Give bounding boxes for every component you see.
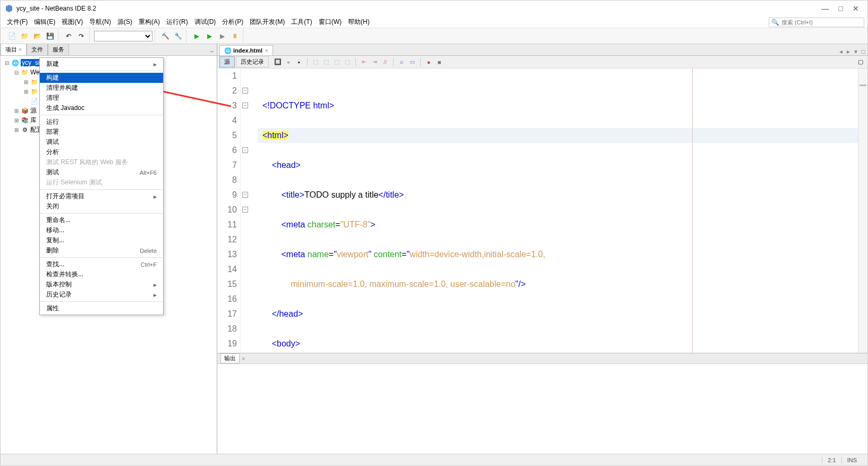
stop-macro-icon[interactable]: ■	[435, 57, 444, 67]
cm-vcs[interactable]: 版本控制▸	[40, 279, 163, 290]
maximize-editor-icon[interactable]: □	[860, 48, 867, 55]
output-tab[interactable]: 输出	[220, 353, 240, 363]
file-tab-index[interactable]: 🌐 index.html ×	[219, 45, 273, 55]
debug-button[interactable]: ▶	[203, 30, 215, 42]
new-project-button[interactable]: 📁	[19, 30, 30, 42]
cm-test[interactable]: 测试Alt+F6	[40, 167, 163, 177]
shift-left-icon[interactable]: ⇤	[359, 57, 369, 67]
cm-history[interactable]: 历史记录▸	[40, 290, 163, 300]
minimize-button[interactable]: —	[822, 4, 829, 13]
fold-icon[interactable]: −	[242, 88, 248, 94]
menu-team[interactable]: 团队开发(M)	[246, 16, 288, 28]
close-icon[interactable]: ×	[242, 355, 245, 362]
cm-run[interactable]: 运行	[40, 117, 163, 127]
record-macro-icon[interactable]: ●	[424, 57, 433, 67]
cm-clean-build[interactable]: 清理并构建	[40, 83, 163, 93]
profile-button[interactable]: ▶	[216, 30, 228, 42]
cm-profile[interactable]: 分析	[40, 147, 163, 157]
search-input[interactable]	[781, 19, 862, 26]
expand-icon[interactable]: ⊟	[4, 60, 10, 66]
error-stripe[interactable]	[858, 69, 867, 353]
cm-javadoc[interactable]: 生成 Javadoc	[40, 103, 163, 113]
fold-icon[interactable]: −	[242, 103, 248, 108]
cm-inspect[interactable]: 检查并转换...	[40, 269, 163, 279]
menu-run[interactable]: 运行(R)	[163, 16, 191, 28]
comment-icon[interactable]: //	[380, 57, 390, 67]
et-icon[interactable]: ▫	[284, 57, 293, 67]
fold-icon[interactable]: −	[242, 147, 248, 153]
cm-rename[interactable]: 重命名...	[40, 215, 163, 225]
output-content[interactable]	[217, 364, 867, 454]
title-bar: ycy_site - NetBeans IDE 8.2 — □ ✕	[1, 1, 867, 16]
split-icon[interactable]: ▢	[856, 57, 865, 67]
menu-view[interactable]: 视图(V)	[58, 16, 86, 28]
close-icon[interactable]: ×	[19, 47, 22, 53]
quick-search[interactable]: 🔍	[769, 18, 864, 27]
menu-refactor[interactable]: 重构(A)	[135, 16, 163, 28]
cm-move[interactable]: 移动...	[40, 225, 163, 235]
minimize-sidebar-icon[interactable]: −	[207, 48, 217, 55]
expand-icon[interactable]: ⊞	[23, 79, 29, 85]
menu-debug[interactable]: 调试(D)	[191, 16, 219, 28]
run-button[interactable]: ▶	[191, 30, 202, 42]
expand-icon[interactable]: ⊞	[23, 89, 29, 95]
shift-right-icon[interactable]: ⇥	[370, 57, 379, 67]
close-icon[interactable]: ×	[265, 48, 268, 54]
fold-icon[interactable]: −	[242, 192, 248, 198]
tab-services[interactable]: 服务	[48, 44, 69, 55]
cm-delete[interactable]: 删除Delete	[40, 245, 163, 256]
close-window-button[interactable]: ✕	[853, 4, 859, 13]
cm-new[interactable]: 新建▸	[40, 59, 163, 69]
cm-open-req[interactable]: 打开必需项目▸	[40, 191, 163, 201]
menu-edit[interactable]: 编辑(E)	[31, 16, 58, 28]
tab-files[interactable]: 文件	[27, 44, 48, 55]
cm-find[interactable]: 查找...Ctrl+F	[40, 259, 163, 269]
menu-help[interactable]: 帮助(H)	[345, 16, 373, 28]
cm-props[interactable]: 属性	[40, 303, 163, 314]
cm-deploy[interactable]: 部署	[40, 127, 163, 137]
next-tab-icon[interactable]: ▸	[845, 48, 852, 55]
cm-debug[interactable]: 调试	[40, 137, 163, 147]
expand-icon[interactable]: ⊞	[13, 117, 20, 123]
open-project-button[interactable]: 📂	[31, 30, 43, 42]
menu-source[interactable]: 源(S)	[114, 16, 135, 28]
find-next-icon[interactable]: ⬚	[321, 57, 331, 67]
expand-icon[interactable]: ⊟	[13, 70, 20, 75]
menu-navigate[interactable]: 导航(N)	[86, 16, 114, 28]
fold-icon[interactable]: −	[242, 207, 248, 213]
cm-close[interactable]: 关闭	[40, 201, 163, 211]
redo-button[interactable]: ↷	[75, 30, 87, 42]
source-view-tab[interactable]: 源	[219, 56, 235, 67]
undo-button[interactable]: ↶	[63, 30, 74, 42]
et-icon[interactable]: ▪	[294, 57, 304, 67]
cm-copy[interactable]: 复制...	[40, 235, 163, 245]
clean-build-button[interactable]: 🔧	[172, 30, 184, 42]
project-context-menu: 新建▸ 构建 清理并构建 清理 生成 Javadoc 运行 部署 调试 分析 测…	[39, 57, 164, 315]
menu-profile[interactable]: 分析(P)	[219, 16, 246, 28]
build-button[interactable]: 🔨	[159, 30, 171, 42]
format-icon[interactable]: ≡	[397, 57, 406, 67]
pause-button[interactable]: ⏸	[229, 30, 241, 42]
tab-list-icon[interactable]: ▾	[852, 48, 860, 55]
bookmark-icon[interactable]: ⬚	[343, 57, 352, 67]
menu-window[interactable]: 窗口(W)	[316, 16, 345, 28]
expand-icon[interactable]: ⊞	[13, 108, 20, 114]
cm-clean[interactable]: 清理	[40, 93, 163, 103]
tab-projects[interactable]: 项目×	[1, 44, 27, 55]
expand-icon[interactable]: ⊞	[13, 127, 20, 133]
menu-file[interactable]: 文件(F)	[4, 16, 31, 28]
menu-tools[interactable]: 工具(T)	[288, 16, 315, 28]
fold-gutter[interactable]: − − − − −	[241, 69, 252, 353]
new-file-button[interactable]: 📄	[6, 30, 18, 42]
rectangle-icon[interactable]: ▭	[407, 57, 417, 67]
maximize-button[interactable]: □	[839, 4, 843, 13]
cm-build[interactable]: 构建	[40, 73, 163, 83]
save-all-button[interactable]: 💾	[44, 30, 56, 42]
find-sel-icon[interactable]: ⬚	[332, 57, 342, 67]
prev-tab-icon[interactable]: ◂	[837, 48, 845, 55]
code-editor[interactable]: 12345678910111213141516171819 − − − − − …	[217, 69, 867, 353]
config-combo[interactable]	[94, 31, 152, 41]
et-icon[interactable]: 🔲	[273, 57, 283, 67]
history-view-tab[interactable]: 历史记录	[236, 56, 269, 67]
find-prev-icon[interactable]: ⬚	[311, 57, 320, 67]
